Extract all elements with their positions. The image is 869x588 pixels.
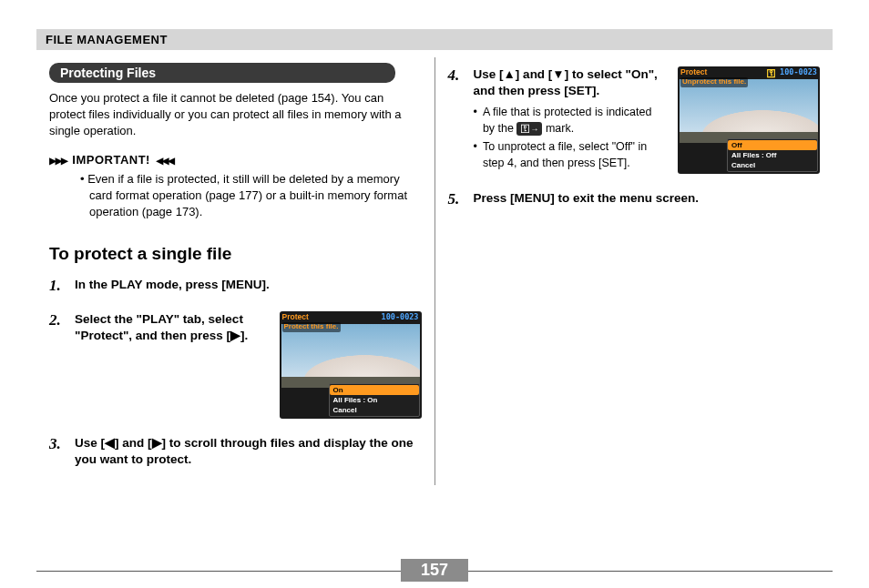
- chapter-header: FILE MANAGEMENT: [36, 29, 833, 50]
- substep-text: To unprotect a file, select "Off" in ste…: [483, 139, 667, 171]
- step-text: Press [MENU] to exit the menu screen.: [474, 190, 821, 207]
- right-column: 4. Use [▲] and [▼] to select "On", and t…: [435, 57, 833, 485]
- camera-screenshot-protect-on: Protect 100-0023 Protect this file. On A…: [280, 311, 422, 419]
- step-substeps: A file that is protected is indicated by…: [474, 105, 668, 171]
- menu-item: All Files : Off: [728, 150, 817, 160]
- step-number: 3.: [49, 435, 67, 453]
- page-footer: 157: [36, 571, 833, 572]
- menu-item: Cancel: [728, 160, 817, 170]
- step-text: Use [▲] and [▼] to select "On", and then…: [474, 66, 668, 99]
- step-text: In the PLAY mode, press [MENU].: [75, 277, 422, 293]
- menu-item: All Files : On: [330, 395, 419, 405]
- lcd-file-number: 100-0023: [780, 67, 817, 77]
- intro-text: Once you protect a file it cannot be del…: [49, 90, 422, 140]
- lcd-menu: Off All Files : Off Cancel: [727, 138, 818, 172]
- lcd-title: Protect: [680, 67, 707, 77]
- step-text: Use [◀] and [▶] to scroll through files …: [75, 435, 422, 468]
- lcd-menu: On All Files : On Cancel: [329, 383, 420, 417]
- step-number: 4.: [448, 66, 466, 85]
- important-heading: ▶▶▶ IMPORTANT! ◀◀◀: [49, 153, 422, 167]
- step-number: 1.: [49, 277, 67, 295]
- important-body: Even if a file is protected, it still wi…: [80, 171, 422, 221]
- important-label: IMPORTANT!: [72, 153, 150, 167]
- menu-item-selected: Off: [728, 140, 817, 150]
- lcd-message: Protect this file.: [282, 322, 341, 332]
- menu-item: Cancel: [330, 405, 419, 415]
- arrow-left-icon: ◀◀◀: [156, 153, 173, 167]
- lcd-title: Protect: [282, 312, 309, 322]
- arrow-right-icon: ▶▶▶: [49, 153, 66, 167]
- step-number: 2.: [49, 311, 67, 329]
- manual-page: FILE MANAGEMENT Protecting Files Once yo…: [0, 0, 869, 588]
- substep-text: mark.: [546, 122, 574, 135]
- step-text: Select the "PLAY" tab, select "Protect",…: [75, 311, 269, 344]
- step-4: 4. Use [▲] and [▼] to select "On", and t…: [448, 66, 821, 174]
- lcd-message: Unprotect this file.: [680, 77, 748, 87]
- step-1: 1. In the PLAY mode, press [MENU].: [49, 277, 422, 295]
- step-5: 5. Press [MENU] to exit the menu screen.: [448, 190, 821, 208]
- menu-item-selected: On: [330, 385, 419, 395]
- step-2: 2. Select the "PLAY" tab, select "Protec…: [49, 311, 422, 419]
- camera-screenshot-protect-off: Protect 100-0023 ⚿ Unprotect this file. …: [678, 66, 820, 174]
- lcd-file-number: 100-0023: [382, 312, 419, 322]
- left-column: Protecting Files Once you protect a file…: [36, 57, 435, 485]
- procedure-heading: To protect a single file: [49, 244, 422, 264]
- section-title: Protecting Files: [49, 63, 395, 83]
- step-number: 5.: [448, 190, 466, 208]
- page-number: 157: [401, 559, 468, 582]
- protect-key-icon: ⚿: [767, 67, 776, 80]
- key-icon: ⚿→: [516, 122, 542, 136]
- two-column-layout: Protecting Files Once you protect a file…: [36, 57, 833, 485]
- step-3: 3. Use [◀] and [▶] to scroll through fil…: [49, 435, 422, 468]
